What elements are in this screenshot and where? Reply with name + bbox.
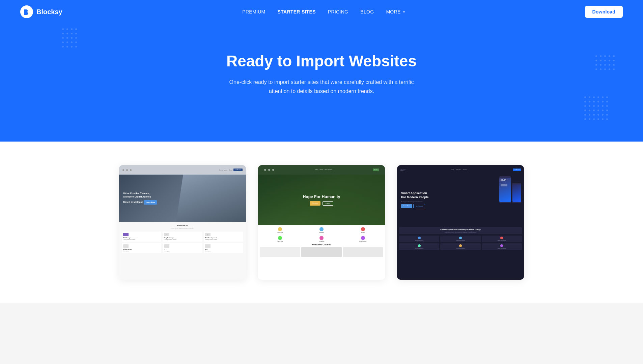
site-card-hope-humanity[interactable]: HOME ABOUT FREE PREVIEW Donate Hope For … bbox=[258, 165, 385, 280]
nav-more[interactable]: MORE ▾ bbox=[386, 9, 405, 14]
cards-grid: Menu Menu Menu Live Preview We're Creati… bbox=[119, 165, 524, 280]
card-preview-2: HOME ABOUT FREE PREVIEW Donate Hope For … bbox=[258, 165, 385, 280]
nav-pricing[interactable]: PRICING bbox=[328, 9, 348, 14]
nav-premium[interactable]: PREMIUM bbox=[242, 9, 265, 14]
mock-hero-text-3: Smart ApplicationFor Modern People We he… bbox=[401, 191, 429, 208]
mock-hero-2: Hope For Humanity Donation Explore bbox=[258, 175, 385, 225]
mock-site-1: Menu Menu Menu Live Preview We're Creati… bbox=[119, 165, 246, 280]
hero-subtitle: One-click ready to import starter sites … bbox=[220, 78, 423, 96]
nav-links: PREMIUM STARTER SITES PRICING BLOG MORE … bbox=[242, 9, 405, 15]
logo-link[interactable]: Blocksy bbox=[20, 5, 62, 18]
nav-starter-sites[interactable]: STARTER SITES bbox=[278, 9, 316, 14]
mock-body-1: What we do Lorem ipsum dolor sit amet co… bbox=[119, 222, 246, 280]
mock-nav-2: HOME ABOUT FREE PREVIEW Donate bbox=[258, 165, 385, 175]
mock-phone: Find People &Be Social bbox=[499, 175, 521, 225]
site-card-smart-app[interactable]: SMARTY HOME FEATURES PRICING Live Previe… bbox=[397, 165, 524, 280]
download-button[interactable]: Download bbox=[585, 6, 623, 18]
cards-section: Menu Menu Menu Live Preview We're Creati… bbox=[0, 142, 643, 303]
mock-body-3: Condimentum Mattis Pellentesque Dnibus T… bbox=[397, 225, 524, 280]
mock-nav-3: SMARTY HOME FEATURES PRICING Live Previe… bbox=[397, 165, 524, 175]
mock-site-2: HOME ABOUT FREE PREVIEW Donate Hope For … bbox=[258, 165, 385, 280]
mock-hero-text-1: We're Creative Themes,A Modern Digital A… bbox=[123, 192, 157, 205]
mock-nav-1: Menu Menu Menu Live Preview bbox=[119, 165, 246, 175]
dots-bottom-right bbox=[583, 95, 609, 121]
mock-hero-1: We're Creative Themes,A Modern Digital A… bbox=[119, 175, 246, 222]
hero-content: Ready to Import Websites One-click ready… bbox=[220, 52, 423, 96]
nav-blog[interactable]: BLOG bbox=[360, 9, 374, 14]
card-preview-3: SMARTY HOME FEATURES PRICING Live Previe… bbox=[397, 165, 524, 280]
main-nav: Blocksy PREMIUM STARTER SITES PRICING BL… bbox=[0, 0, 643, 24]
chevron-down-icon: ▾ bbox=[403, 10, 405, 14]
mock-body-2: Healthy Food Lorem ipsum dolor Education… bbox=[258, 225, 385, 280]
mock-hero-3: Smart ApplicationFor Modern People We he… bbox=[397, 175, 524, 225]
card-preview-1: Menu Menu Menu Live Preview We're Creati… bbox=[119, 165, 246, 280]
hero-title: Ready to Import Websites bbox=[220, 52, 423, 70]
dots-top-right bbox=[594, 54, 616, 71]
mock-building bbox=[176, 175, 246, 222]
logo-text: Blocksy bbox=[36, 8, 62, 16]
site-card-creative-agency[interactable]: Menu Menu Menu Live Preview We're Creati… bbox=[119, 165, 246, 280]
logo-icon bbox=[20, 5, 33, 18]
dots-top-left bbox=[61, 27, 78, 49]
mock-site-3: SMARTY HOME FEATURES PRICING Live Previe… bbox=[397, 165, 524, 280]
